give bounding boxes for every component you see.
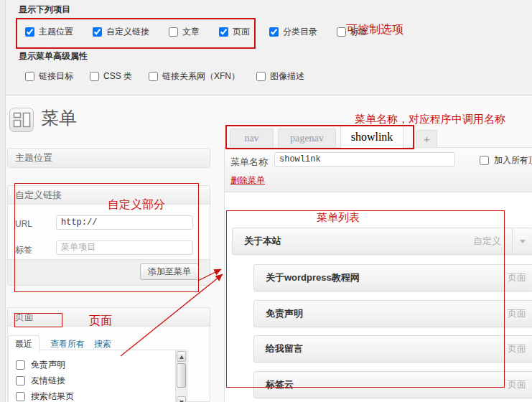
annotation-custom-section: 自定义部分 [108, 197, 165, 212]
screen-option-xfn[interactable]: 链接关系网（XFN） [149, 70, 240, 83]
theme-locations-panel: 主题位置 [7, 148, 210, 168]
page-list-item[interactable]: 免责声明 [16, 359, 65, 371]
annotation-box-menu-tabs [225, 125, 414, 149]
pages-tab-search[interactable]: 搜索 [94, 338, 111, 350]
advanced-properties-heading: 显示菜单高级属性 [19, 50, 88, 62]
page-item-checkbox[interactable] [16, 360, 25, 370]
menu-item-type: 页面 [508, 342, 526, 355]
link-target-checkbox[interactable] [25, 72, 34, 81]
scrollbar-up-button[interactable] [177, 351, 186, 362]
menu-editor-header: 菜单名称 加入所有顶 删除菜单 [225, 148, 532, 192]
xfn-checkbox[interactable] [149, 72, 158, 81]
pages-list-scrollbar[interactable] [175, 350, 187, 402]
tags-checkbox[interactable] [337, 27, 346, 37]
menu-name-input[interactable] [274, 152, 455, 167]
theme-locations-header[interactable]: 主题位置 [8, 149, 210, 167]
menus-icon [9, 107, 34, 136]
screen-option-link-target[interactable]: 链接目标 [25, 70, 73, 83]
menu-name-label: 菜单名称 [230, 156, 268, 169]
auto-add-pages-option[interactable]: 加入所有顶 [480, 154, 532, 167]
menu-item-expand-toggle[interactable] [512, 228, 532, 254]
pages-list: 免责声明 友情链接 搜索结果页 [8, 350, 187, 402]
description-checkbox[interactable] [256, 72, 266, 81]
menu-item-type: 页面 [508, 271, 526, 284]
annotation-menu-name-note: 菜单名称，对应程序中调用名称 [355, 113, 505, 126]
page-item-label: 免责声明 [31, 359, 65, 371]
page-item-label: 友情链接 [31, 375, 65, 387]
css-classes-checkbox[interactable] [90, 72, 99, 81]
collapsed-admin-rail [0, 0, 6, 402]
checkbox-label: 图像描述 [270, 70, 304, 83]
checkbox-label: CSS 类 [103, 70, 132, 83]
scrollbar-down-button[interactable] [177, 396, 186, 402]
chevron-down-icon [520, 240, 526, 243]
delete-menu-link[interactable]: 删除菜单 [230, 174, 265, 187]
annotation-box-custom-links [14, 183, 199, 292]
annotation-controllable-options: 可控制选项 [346, 22, 403, 37]
screen-option-description[interactable]: 图像描述 [256, 70, 304, 83]
checkbox-label: 链接目标 [39, 70, 73, 83]
page-title: 菜单 [41, 106, 77, 130]
auto-add-pages-checkbox[interactable] [480, 156, 489, 165]
page-item-label: 搜索结果页 [31, 391, 74, 402]
screen-option-css-classes[interactable]: CSS 类 [90, 70, 132, 83]
menu-item-type: 页面 [508, 307, 526, 320]
annotation-menu-list-note: 菜单列表 [317, 211, 360, 225]
checkbox-label: 分类目录 [283, 26, 317, 38]
auto-add-pages-label: 加入所有顶 [494, 154, 532, 167]
annotation-box-screen-options [16, 18, 256, 49]
page-list-item[interactable]: 搜索结果页 [16, 391, 74, 402]
scroll-up-icon [179, 355, 184, 359]
page-item-checkbox[interactable] [16, 392, 25, 401]
pages-tab-recent[interactable]: 最近 [8, 335, 39, 353]
checkbox-label: 链接关系网（XFN） [162, 70, 240, 83]
scrollbar-thumb[interactable] [177, 363, 186, 388]
show-items-heading: 显示下列项目 [19, 4, 70, 16]
annotation-box-menu-list [226, 210, 505, 388]
add-menu-tab[interactable]: + [416, 130, 437, 147]
annotation-box-pages-header [14, 313, 62, 327]
categories-checkbox[interactable] [269, 27, 279, 37]
page-item-checkbox[interactable] [16, 376, 25, 385]
menu-item-type: 页面 [508, 378, 526, 391]
annotation-pages-note: 页面 [89, 314, 112, 329]
pages-tab-view-all[interactable]: 查看所有 [50, 338, 85, 350]
page-list-item[interactable]: 友情链接 [16, 375, 65, 387]
screen-option-categories[interactable]: 分类目录 [269, 26, 317, 38]
advanced-properties-row: 链接目标 CSS 类 链接关系网（XFN） 图像描述 [25, 70, 304, 83]
